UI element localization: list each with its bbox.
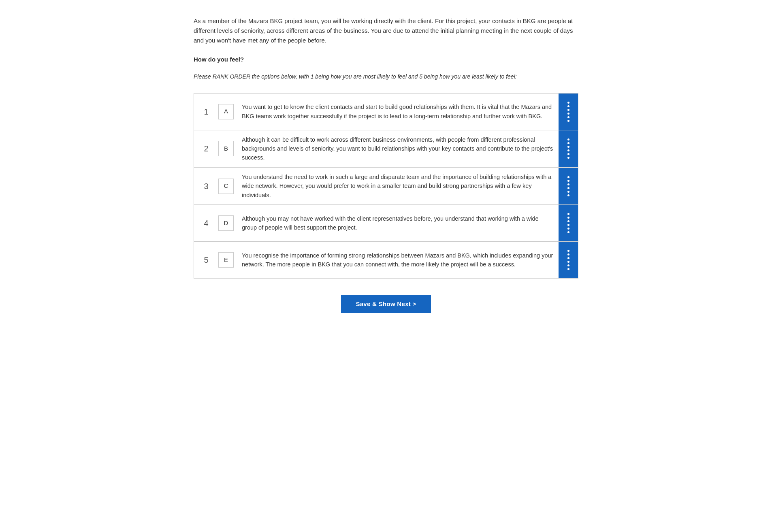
option-text: You recognise the importance of forming … (242, 246, 559, 274)
drag-handle[interactable] (559, 130, 578, 167)
ranking-item: 3 C You understand the need to work in s… (194, 167, 578, 204)
ranking-item: 1 A You want to get to know the client c… (194, 93, 578, 130)
instruction-text: Please RANK ORDER the options below, wit… (194, 72, 578, 81)
option-text: Although it can be difficult to work acr… (242, 130, 559, 167)
intro-text: As a member of the Mazars BKG project te… (194, 16, 578, 45)
drag-dots-icon (567, 176, 569, 196)
ranking-list: 1 A You want to get to know the client c… (194, 93, 578, 279)
drag-dots-icon (567, 213, 569, 233)
option-letter-box: C (218, 179, 234, 194)
page-container: As a member of the Mazars BKG project te… (173, 0, 599, 337)
drag-handle[interactable] (559, 205, 578, 241)
drag-handle[interactable] (559, 94, 578, 130)
option-text: You want to get to know the client conta… (242, 98, 559, 126)
option-text: You understand the need to work in such … (242, 168, 559, 204)
rank-number: 4 (194, 213, 218, 233)
ranking-item: 4 D Although you may not have worked wit… (194, 204, 578, 241)
question-label: How do you feel? (194, 55, 578, 64)
drag-dots-icon (567, 102, 569, 122)
save-button-container: Save & Show Next > (194, 295, 578, 313)
option-text: Although you may not have worked with th… (242, 209, 559, 237)
option-letter-box: A (218, 104, 234, 119)
option-letter-box: E (218, 252, 234, 268)
ranking-item: 5 E You recognise the importance of form… (194, 241, 578, 279)
rank-number: 3 (194, 176, 218, 196)
drag-dots-icon (567, 138, 569, 159)
rank-number: 5 (194, 250, 218, 270)
save-show-next-button[interactable]: Save & Show Next > (341, 295, 431, 313)
rank-number: 1 (194, 102, 218, 122)
drag-handle[interactable] (559, 168, 578, 204)
drag-handle[interactable] (559, 242, 578, 278)
ranking-item: 2 B Although it can be difficult to work… (194, 130, 578, 167)
option-letter-box: D (218, 215, 234, 231)
drag-dots-icon (567, 250, 569, 270)
option-letter-box: B (218, 141, 234, 156)
rank-number: 2 (194, 138, 218, 159)
